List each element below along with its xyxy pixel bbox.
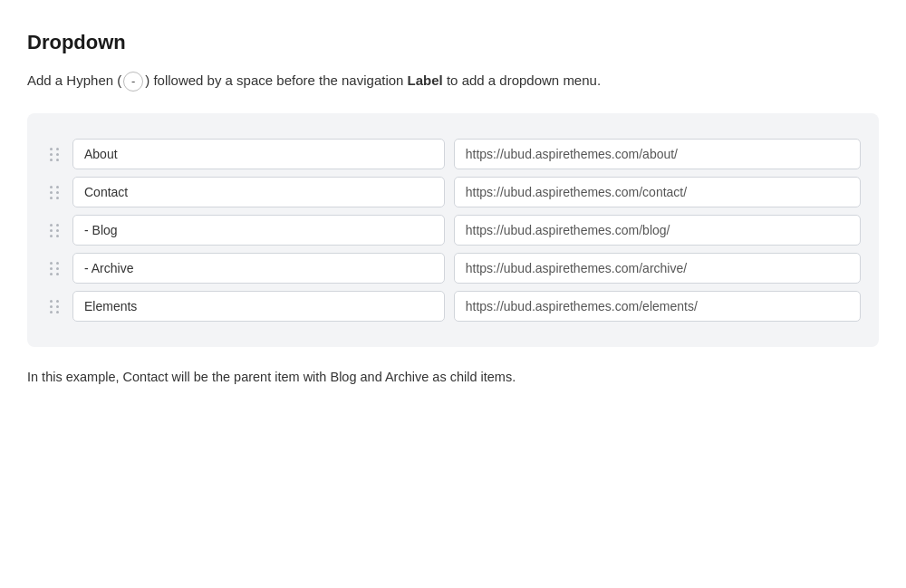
nav-row [45,291,861,322]
page-title: Dropdown [27,27,879,57]
nav-label-input[interactable] [72,291,445,322]
footer-note: In this example, Contact will be the par… [27,367,879,388]
nav-rows-container [45,139,861,322]
nav-url-input[interactable] [454,253,861,284]
nav-url-input[interactable] [454,291,861,322]
demo-container [27,113,879,347]
desc-bold: Label [408,72,443,88]
nav-url-input[interactable] [454,177,861,207]
description-text: Add a Hyphen (-) followed by a space bef… [27,70,879,92]
desc-before: Add a Hyphen ( [27,72,121,88]
drag-handle-icon[interactable] [45,148,63,161]
nav-row [45,177,861,207]
nav-row [45,215,861,246]
nav-label-input[interactable] [72,215,445,246]
drag-handle-icon[interactable] [45,262,63,275]
desc-middle: ) followed by a space before the navigat… [145,72,407,88]
nav-row [45,139,861,169]
nav-row [45,253,861,284]
hyphen-badge: - [123,72,143,92]
nav-label-input[interactable] [72,177,445,207]
nav-label-input[interactable] [72,139,445,169]
nav-url-input[interactable] [454,215,861,246]
drag-handle-icon[interactable] [45,224,63,237]
drag-handle-icon[interactable] [45,186,63,199]
drag-handle-icon[interactable] [45,300,63,313]
desc-after: to add a dropdown menu. [443,72,601,88]
nav-label-input[interactable] [72,253,445,284]
nav-url-input[interactable] [454,139,861,169]
